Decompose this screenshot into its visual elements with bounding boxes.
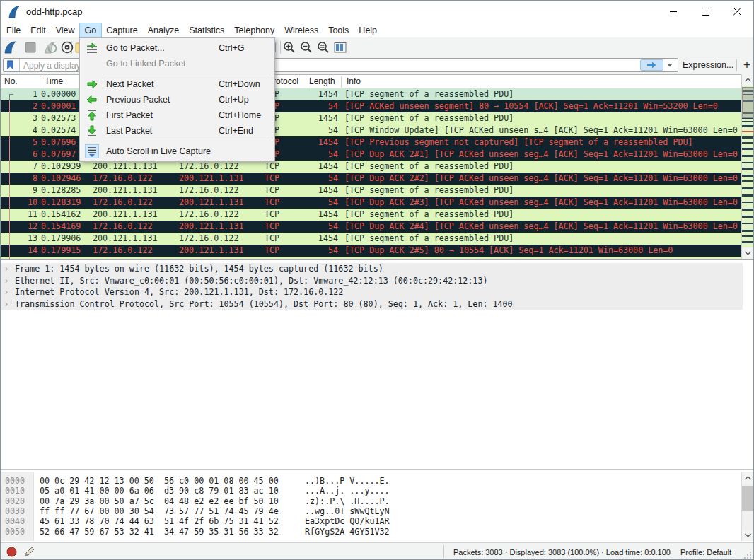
hex-scrollbar[interactable] <box>741 472 753 541</box>
cell-no: 11 <box>1 209 37 221</box>
menu-edit[interactable]: Edit <box>25 23 51 37</box>
expand-chevron-icon[interactable]: › <box>5 298 8 310</box>
menu-item-previous-packet[interactable]: Previous PacketCtrl+Up <box>80 92 274 107</box>
hex-row[interactable]: 005052 66 47 59 67 53 32 41 34 47 59 35 … <box>1 527 743 537</box>
cell-len: 1454 <box>301 161 338 173</box>
zoom-in-icon[interactable] <box>282 40 296 54</box>
menu-file[interactable]: File <box>1 23 25 37</box>
packet-row-7[interactable]: 70.102939200.121.1.131172.16.0.122TCP145… <box>1 161 743 173</box>
profile-label[interactable]: Profile: Default <box>680 548 731 556</box>
autoscroll-icon <box>85 144 99 158</box>
cell-time: 0.154162 <box>41 209 81 221</box>
cell-no: 2 <box>1 100 37 112</box>
scrollbar-thumb[interactable] <box>742 87 754 118</box>
hex-row[interactable]: 002000 7a 29 3a 00 50 a7 5c 04 48 e2 e2 … <box>1 496 743 506</box>
minimap-stripe <box>742 241 754 243</box>
column-separator[interactable] <box>40 76 40 88</box>
close-button[interactable] <box>721 1 753 23</box>
detail-row[interactable]: ›Frame 1: 1454 bytes on wire (11632 bits… <box>1 263 743 275</box>
menu-wireless[interactable]: Wireless <box>279 23 323 37</box>
zoom-original-icon[interactable] <box>316 40 330 54</box>
minimize-button[interactable] <box>658 1 690 23</box>
menu-item-auto-scroll-in-live-capture[interactable]: Auto Scroll in Live Capture <box>80 144 274 159</box>
menu-item-last-packet[interactable]: Last PacketCtrl+End <box>80 123 274 139</box>
menu-capture[interactable]: Capture <box>101 23 142 37</box>
cell-proto: TCP <box>265 233 279 245</box>
zoom-out-icon[interactable] <box>299 40 313 54</box>
conversation-line <box>9 209 10 221</box>
conversation-line <box>9 173 10 185</box>
packet-row-10[interactable]: 100.128319172.16.0.122200.121.1.131TCP54… <box>1 197 743 209</box>
packet-row-partial[interactable] <box>1 257 743 259</box>
restart-capture-icon[interactable] <box>43 40 57 54</box>
start-capture-icon[interactable] <box>4 40 18 54</box>
hex-scroll-down[interactable] <box>742 530 754 541</box>
menu-separator <box>80 139 274 144</box>
arrow-right-icon <box>85 77 99 91</box>
add-filter-button[interactable]: + <box>741 58 753 72</box>
hex-row[interactable]: 0030ff ff 77 67 00 00 30 54 73 57 77 51 … <box>1 506 743 516</box>
column-header-info[interactable]: Info <box>347 76 361 86</box>
conversation-line <box>9 185 10 197</box>
expert-info-icon[interactable] <box>6 546 18 558</box>
menu-item-next-packet[interactable]: Next PacketCtrl+Down <box>80 76 274 92</box>
minimap-stripe <box>742 202 754 203</box>
hex-scroll-up[interactable] <box>742 472 754 484</box>
capture-comment-icon[interactable] <box>23 546 35 558</box>
menu-help[interactable]: Help <box>354 23 382 37</box>
filter-bookmark-button[interactable] <box>4 59 20 71</box>
expand-chevron-icon[interactable]: › <box>5 263 8 275</box>
packet-row-12[interactable]: 120.154169172.16.0.122200.121.1.131TCP54… <box>1 221 743 233</box>
capture-options-icon[interactable] <box>60 40 74 54</box>
column-header-time[interactable]: Time <box>45 76 63 86</box>
detail-row[interactable]: ›Transmission Control Protocol, Src Port… <box>1 298 743 310</box>
stop-capture-icon[interactable] <box>23 40 37 54</box>
menu-item-label: Next Packet <box>106 76 153 92</box>
resize-grip[interactable] <box>743 551 752 559</box>
maximize-button[interactable] <box>690 1 721 23</box>
column-header-length[interactable]: Length <box>309 76 335 86</box>
cell-no: 9 <box>1 185 37 197</box>
hex-row[interactable]: 000000 0c 29 42 12 13 00 50 56 c0 00 01 … <box>1 476 743 486</box>
cell-src: 172.16.0.122 <box>93 173 152 185</box>
menu-go[interactable]: Go <box>80 23 102 37</box>
scroll-up-button[interactable] <box>742 74 754 86</box>
hex-scroll-thumb[interactable] <box>742 486 754 511</box>
menu-view[interactable]: View <box>51 23 80 37</box>
arrow-down-icon <box>85 124 99 138</box>
packet-list-scrollbar[interactable] <box>741 74 753 259</box>
menu-bar: FileEditViewGoCaptureAnalyzeStatisticsTe… <box>1 23 753 37</box>
menu-statistics[interactable]: Statistics <box>184 23 229 37</box>
scroll-down-button[interactable] <box>742 247 754 259</box>
menu-analyze[interactable]: Analyze <box>143 23 184 37</box>
packet-row-9[interactable]: 90.128285200.121.1.131172.16.0.122TCP145… <box>1 185 743 197</box>
hex-dump-pane: 000000 0c 29 42 12 13 00 50 56 c0 00 01 … <box>1 472 753 541</box>
column-header-no[interactable]: No. <box>4 76 18 86</box>
menu-item-first-packet[interactable]: First PacketCtrl+Home <box>80 107 274 123</box>
conversation-line <box>9 124 10 136</box>
packet-row-8[interactable]: 80.102946172.16.0.122200.121.1.131TCP54[… <box>1 173 743 185</box>
cell-info: [TCP Dup ACK 2#1] [TCP ACKed unseen seg…… <box>344 148 738 161</box>
menu-telephony[interactable]: Telephony <box>229 23 279 37</box>
detail-text: Internet Protocol Version 4, Src: 200.12… <box>15 286 343 298</box>
menu-item-go-to-packet[interactable]: Go to Packet...Ctrl+G <box>80 40 274 56</box>
packet-row-11[interactable]: 110.154162200.121.1.131172.16.0.122TCP14… <box>1 209 743 221</box>
packet-row-13[interactable]: 130.179906200.121.1.131172.16.0.122TCP14… <box>1 233 743 245</box>
column-separator[interactable] <box>341 76 342 88</box>
hex-row[interactable]: 004045 61 33 78 70 74 44 63 51 4f 2f 6b … <box>1 516 743 526</box>
expand-chevron-icon[interactable]: › <box>5 275 8 287</box>
expression-button[interactable]: Expression... <box>683 60 733 70</box>
cell-dst: 172.16.0.122 <box>179 161 238 173</box>
cell-dst: 200.121.1.131 <box>179 173 243 185</box>
packet-row-14[interactable]: 140.179915172.16.0.122200.121.1.131TCP54… <box>1 245 743 257</box>
expand-chevron-icon[interactable]: › <box>5 286 8 298</box>
hex-row[interactable]: 001005 a0 01 41 00 00 6a 06 d3 90 c8 79 … <box>1 486 743 496</box>
cell-time: 0.179906 <box>41 233 81 245</box>
resize-columns-icon[interactable] <box>333 40 347 54</box>
apply-filter-button[interactable] <box>640 59 663 71</box>
detail-row[interactable]: ›Internet Protocol Version 4, Src: 200.1… <box>1 286 743 298</box>
filter-dropdown-caret[interactable] <box>664 59 675 71</box>
menu-tools[interactable]: Tools <box>323 23 354 37</box>
column-separator[interactable] <box>306 76 306 88</box>
detail-row[interactable]: ›Ethernet II, Src: Vmware_c0:00:01 (00:5… <box>1 275 743 287</box>
